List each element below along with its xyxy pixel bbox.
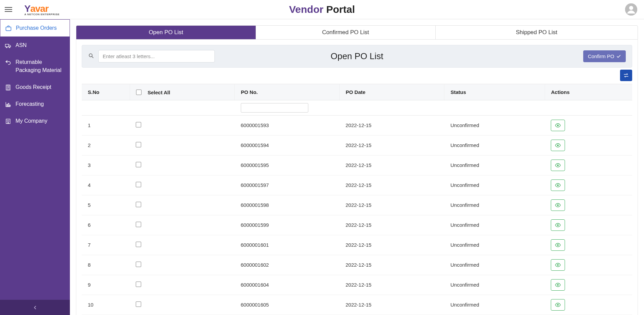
sidebar-item-returnable-packaging-material[interactable]: Returnable Packaging Material bbox=[0, 54, 70, 79]
eye-icon bbox=[555, 282, 561, 288]
cell-status: Unconfirmed bbox=[444, 235, 545, 255]
view-button[interactable] bbox=[551, 299, 565, 311]
cell-status: Unconfirmed bbox=[444, 255, 545, 275]
cell-status: Unconfirmed bbox=[444, 115, 545, 135]
view-button[interactable] bbox=[551, 259, 565, 271]
user-avatar[interactable] bbox=[625, 3, 637, 16]
row-checkbox[interactable] bbox=[136, 202, 141, 207]
svg-rect-19 bbox=[8, 121, 9, 122]
cell-date: 2022-12-15 bbox=[339, 295, 444, 315]
title-part2: Portal bbox=[324, 4, 355, 15]
row-checkbox[interactable] bbox=[136, 222, 141, 227]
tab-open-po-list[interactable]: Open PO List bbox=[76, 26, 256, 39]
svg-rect-2 bbox=[6, 27, 11, 31]
user-icon bbox=[625, 3, 637, 16]
row-checkbox[interactable] bbox=[136, 242, 141, 247]
svg-rect-18 bbox=[7, 121, 8, 122]
panel-title: Open PO List bbox=[331, 51, 383, 62]
row-checkbox[interactable] bbox=[136, 282, 141, 287]
briefcase-icon bbox=[5, 25, 12, 32]
cell-date: 2022-12-15 bbox=[339, 155, 444, 175]
eye-icon bbox=[555, 242, 561, 248]
cell-sno: 5 bbox=[82, 195, 130, 215]
table-row: 260000015942022-12-15Unconfirmed bbox=[82, 135, 632, 155]
row-checkbox[interactable] bbox=[136, 122, 141, 127]
row-checkbox[interactable] bbox=[136, 182, 141, 187]
cell-sno: 6 bbox=[82, 215, 130, 235]
row-checkbox[interactable] bbox=[136, 301, 141, 307]
view-button[interactable] bbox=[551, 120, 565, 131]
tab-shipped-po-list[interactable]: Shipped PO List bbox=[436, 26, 638, 39]
col-header-actions: Actions bbox=[545, 84, 632, 100]
col-header-sno[interactable]: S.No bbox=[82, 84, 130, 100]
confirm-po-button[interactable]: Confirm PO bbox=[583, 50, 626, 62]
svg-rect-17 bbox=[8, 120, 9, 121]
chevron-left-icon bbox=[33, 305, 37, 310]
row-checkbox[interactable] bbox=[136, 142, 141, 147]
table-row: 560000015982022-12-15Unconfirmed bbox=[82, 195, 632, 215]
sidebar-item-label: Forecasting bbox=[16, 100, 44, 108]
menu-toggle-button[interactable] bbox=[5, 5, 14, 14]
select-all-label: Select All bbox=[148, 90, 170, 95]
search-input[interactable] bbox=[98, 50, 215, 63]
eye-icon bbox=[555, 262, 561, 268]
view-button[interactable] bbox=[551, 179, 565, 191]
logo: Yavar A NETCON ENTERPRISE bbox=[24, 3, 59, 16]
row-checkbox[interactable] bbox=[136, 262, 141, 267]
svg-point-32 bbox=[557, 304, 559, 306]
svg-point-5 bbox=[9, 47, 10, 48]
tabs: Open PO ListConfirmed PO ListShipped PO … bbox=[76, 25, 638, 40]
cell-date: 2022-12-15 bbox=[339, 195, 444, 215]
cell-sno: 1 bbox=[82, 115, 130, 135]
cell-pono: 6000001594 bbox=[235, 135, 339, 155]
row-checkbox[interactable] bbox=[136, 162, 141, 167]
cell-sno: 8 bbox=[82, 255, 130, 275]
sidebar-item-goods-receipt[interactable]: Goods Receipt bbox=[0, 79, 70, 96]
eye-icon bbox=[555, 302, 561, 308]
sidebar-item-label: Goods Receipt bbox=[16, 83, 51, 91]
po-no-filter-input[interactable] bbox=[241, 103, 308, 113]
sidebar-item-label: ASN bbox=[16, 41, 27, 49]
cell-date: 2022-12-15 bbox=[339, 215, 444, 235]
sidebar-item-forecasting[interactable]: Forecasting bbox=[0, 96, 70, 113]
truck-icon bbox=[5, 42, 11, 49]
select-all-checkbox[interactable] bbox=[136, 90, 141, 95]
cell-pono: 6000001598 bbox=[235, 195, 339, 215]
view-button[interactable] bbox=[551, 140, 565, 151]
cell-sno: 2 bbox=[82, 135, 130, 155]
svg-point-24 bbox=[557, 144, 559, 146]
eye-icon bbox=[555, 202, 561, 208]
view-button[interactable] bbox=[551, 279, 565, 291]
col-header-select[interactable]: Select All bbox=[130, 84, 234, 100]
eye-icon bbox=[555, 222, 561, 228]
sidebar-item-label: My Company bbox=[16, 117, 47, 125]
col-header-date[interactable]: PO Date bbox=[339, 84, 444, 100]
tab-confirmed-po-list[interactable]: Confirmed PO List bbox=[256, 26, 436, 39]
sidebar-item-label: Returnable Packaging Material bbox=[16, 58, 65, 74]
sidebar-item-my-company[interactable]: My Company bbox=[0, 113, 70, 129]
cell-sno: 7 bbox=[82, 235, 130, 255]
col-header-pono[interactable]: PO No. bbox=[235, 84, 339, 100]
view-button[interactable] bbox=[551, 199, 565, 211]
cell-date: 2022-12-15 bbox=[339, 135, 444, 155]
sidebar-item-asn[interactable]: ASN bbox=[0, 37, 70, 54]
sidebar-item-purchase-orders[interactable]: Purchase Orders bbox=[0, 19, 70, 37]
po-table: S.No Select All PO No. PO Date Status Ac… bbox=[82, 84, 632, 315]
view-button[interactable] bbox=[551, 160, 565, 171]
table-row: 960000016042022-12-15Unconfirmed bbox=[82, 275, 632, 295]
swap-columns-button[interactable] bbox=[620, 70, 632, 81]
swap-icon bbox=[623, 72, 629, 78]
svg-rect-20 bbox=[7, 122, 8, 124]
view-button[interactable] bbox=[551, 219, 565, 231]
main-content: Open PO ListConfirmed PO ListShipped PO … bbox=[70, 19, 644, 315]
table-row: 460000015972022-12-15Unconfirmed bbox=[82, 175, 632, 195]
logo-part2: avar bbox=[30, 3, 49, 14]
svg-point-30 bbox=[557, 264, 559, 266]
view-button[interactable] bbox=[551, 239, 565, 251]
svg-line-22 bbox=[92, 56, 93, 58]
panel: Open PO List Confirm PO bbox=[76, 40, 638, 315]
col-header-status[interactable]: Status bbox=[444, 84, 545, 100]
svg-point-28 bbox=[557, 224, 559, 226]
return-icon bbox=[5, 59, 11, 66]
sidebar-collapse-button[interactable] bbox=[0, 300, 70, 315]
